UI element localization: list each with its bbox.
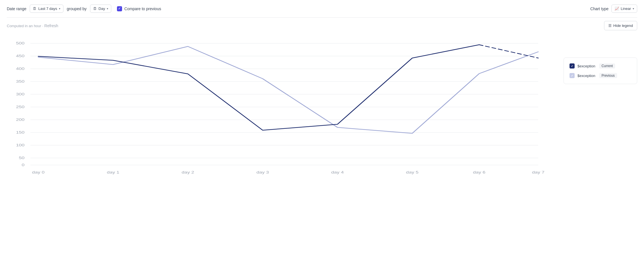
sub-toolbar: Computed in an hour · Refresh ☰ Hide leg… xyxy=(7,21,637,30)
svg-text:50: 50 xyxy=(19,156,24,160)
chart-type-dropdown[interactable]: 📈 Linear ▾ xyxy=(611,5,637,13)
chart-icon: 📈 xyxy=(615,7,619,11)
toolbar: Date range 🗓 Last 7 days ▾ grouped by 🗓 … xyxy=(7,5,637,18)
date-range-label: Date range xyxy=(7,7,26,11)
refresh-link[interactable]: Refresh xyxy=(44,23,58,28)
svg-text:500: 500 xyxy=(16,41,24,45)
computed-text: Computed in an hour xyxy=(7,24,41,28)
svg-text:150: 150 xyxy=(16,130,24,134)
legend-badge-current: Current xyxy=(599,63,615,69)
legend-item-previous: $exception Previous xyxy=(570,73,631,78)
grouped-by-label: grouped by xyxy=(67,7,87,11)
line-chart: 500 450 400 350 300 250 200 150 100 50 0 xyxy=(7,35,558,176)
legend-box: $exception Current $exception Previous xyxy=(564,57,637,84)
svg-text:day 0: day 0 xyxy=(32,170,44,174)
svg-text:100: 100 xyxy=(16,143,24,147)
calendar-icon: 🗓 xyxy=(33,7,37,11)
chevron-down-icon-3: ▾ xyxy=(633,7,634,10)
svg-text:200: 200 xyxy=(16,117,24,121)
compare-label: Compare to previous xyxy=(124,7,161,11)
svg-text:day 1: day 1 xyxy=(107,170,119,174)
group-by-value: Day xyxy=(99,7,105,11)
date-range-dropdown[interactable]: 🗓 Last 7 days ▾ xyxy=(30,5,63,13)
group-by-dropdown[interactable]: 🗓 Day ▾ xyxy=(90,5,111,13)
svg-text:450: 450 xyxy=(16,54,24,58)
chart-area: 500 450 400 350 300 250 200 150 100 50 0 xyxy=(7,35,637,177)
svg-text:day 4: day 4 xyxy=(331,170,344,174)
svg-text:day 2: day 2 xyxy=(182,170,194,174)
svg-text:250: 250 xyxy=(16,105,24,109)
page-container: Date range 🗓 Last 7 days ▾ grouped by 🗓 … xyxy=(0,0,644,182)
svg-text:day 5: day 5 xyxy=(406,170,419,174)
hide-legend-label: Hide legend xyxy=(613,23,633,28)
svg-text:day 7: day 7 xyxy=(532,170,544,174)
chart-type-value: Linear xyxy=(621,7,631,11)
legend-checkbox-previous[interactable] xyxy=(570,73,575,78)
svg-text:0: 0 xyxy=(22,163,24,167)
legend-series-name-current: $exception xyxy=(577,64,595,68)
svg-text:day 3: day 3 xyxy=(256,170,269,174)
chart-type-label: Chart type xyxy=(590,7,609,11)
chevron-down-icon-2: ▾ xyxy=(107,7,108,10)
chevron-down-icon: ▾ xyxy=(59,7,60,10)
date-range-value: Last 7 days xyxy=(38,7,57,11)
legend-item-current: $exception Current xyxy=(570,63,631,69)
hide-legend-button[interactable]: ☰ Hide legend xyxy=(604,21,637,30)
legend-badge-previous: Previous xyxy=(599,73,617,78)
legend-checkbox-current[interactable] xyxy=(570,63,575,69)
legend-icon: ☰ xyxy=(608,23,612,28)
legend-series-name-previous: $exception xyxy=(577,74,595,78)
separator: · xyxy=(42,24,44,28)
computed-info: Computed in an hour · Refresh xyxy=(7,23,58,28)
svg-text:400: 400 xyxy=(16,67,24,70)
svg-text:350: 350 xyxy=(16,79,24,83)
chart-type-section: Chart type 📈 Linear ▾ xyxy=(590,5,637,13)
calendar-icon-2: 🗓 xyxy=(93,7,97,11)
compare-section: Compare to previous xyxy=(117,6,161,11)
svg-text:300: 300 xyxy=(16,92,24,96)
svg-text:day 6: day 6 xyxy=(473,170,485,174)
chart-wrapper: 500 450 400 350 300 250 200 150 100 50 0 xyxy=(7,35,558,177)
compare-checkbox[interactable] xyxy=(117,6,122,11)
